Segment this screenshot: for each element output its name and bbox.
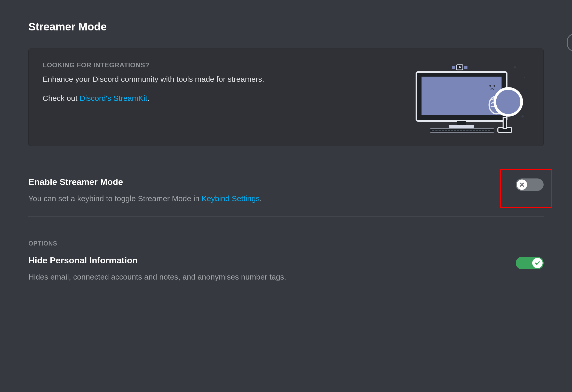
svg-rect-23 [460, 130, 462, 131]
svg-rect-16 [439, 130, 441, 131]
page-title: Streamer Mode [28, 21, 544, 33]
svg-rect-6 [464, 66, 467, 69]
promo-eyebrow: LOOKING FOR INTEGRATIONS? [43, 61, 390, 69]
svg-rect-27 [473, 130, 475, 131]
svg-rect-24 [463, 130, 465, 131]
svg-rect-0 [513, 66, 516, 69]
svg-point-36 [495, 88, 522, 115]
promo-illustration [400, 61, 529, 133]
svg-rect-31 [485, 130, 487, 131]
svg-rect-29 [479, 130, 481, 131]
options-section-header: OPTIONS [28, 240, 544, 247]
svg-rect-2 [521, 115, 524, 118]
svg-rect-14 [432, 130, 434, 131]
svg-point-5 [459, 66, 461, 68]
svg-rect-19 [448, 130, 450, 131]
x-icon [519, 182, 525, 188]
svg-rect-34 [503, 118, 507, 128]
promo-checkout: Check out Discord's StreamKit. [43, 94, 390, 103]
enable-desc-prefix: You can set a keybind to toggle Streamer… [28, 194, 202, 203]
hide-personal-info-toggle[interactable] [516, 257, 544, 269]
toggle-knob [517, 179, 527, 190]
check-icon [534, 260, 541, 266]
svg-rect-15 [435, 130, 438, 131]
hide-personal-info-desc: Hides email, connected accounts and note… [28, 272, 505, 282]
svg-point-10 [494, 85, 495, 87]
svg-rect-11 [457, 121, 466, 125]
svg-point-9 [489, 85, 491, 87]
enable-streamer-mode-toggle[interactable] [516, 178, 544, 191]
svg-rect-25 [466, 130, 468, 131]
svg-rect-32 [488, 130, 490, 131]
keybind-settings-link[interactable]: Keybind Settings [202, 194, 260, 203]
svg-rect-17 [442, 130, 444, 131]
svg-rect-22 [457, 130, 459, 131]
promo-description: Enhance your Discord community with tool… [43, 74, 390, 85]
svg-rect-28 [476, 130, 478, 131]
promo-checkout-prefix: Check out [43, 94, 80, 102]
enable-streamer-mode-title: Enable Streamer Mode [28, 177, 505, 187]
svg-rect-21 [454, 130, 456, 131]
promo-checkout-suffix: . [147, 94, 149, 102]
hide-personal-info-title: Hide Personal Information [28, 255, 505, 265]
svg-rect-18 [445, 130, 447, 131]
svg-rect-1 [524, 77, 525, 78]
svg-rect-3 [452, 66, 455, 69]
promo-text: LOOKING FOR INTEGRATIONS? Enhance your D… [43, 61, 400, 103]
enable-streamer-mode-desc: You can set a keybind to toggle Streamer… [28, 193, 505, 204]
enable-streamer-mode-row: Enable Streamer Mode You can set a keybi… [28, 177, 544, 217]
svg-rect-20 [451, 130, 453, 131]
streamkit-link[interactable]: Discord's StreamKit [80, 94, 147, 102]
enable-desc-suffix: . [260, 194, 262, 203]
svg-rect-12 [449, 125, 474, 128]
toggle-knob [532, 258, 543, 268]
svg-rect-26 [470, 130, 472, 131]
svg-rect-30 [482, 130, 484, 131]
hide-personal-info-row: Hide Personal Information Hides email, c… [28, 255, 544, 295]
integrations-promo-card: LOOKING FOR INTEGRATIONS? Enhance your D… [28, 48, 544, 146]
